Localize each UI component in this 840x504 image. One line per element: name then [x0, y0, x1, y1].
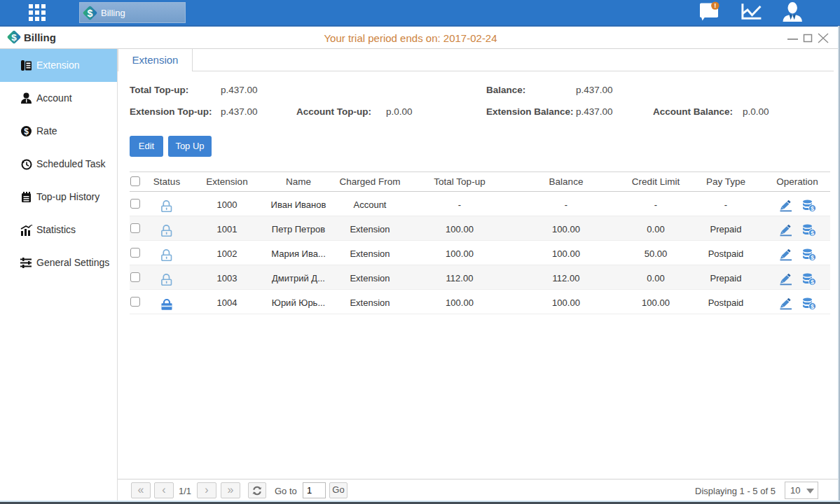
svg-text:$: $	[24, 127, 29, 136]
svg-text:$: $	[811, 303, 814, 310]
svg-text:!: !	[714, 1, 716, 9]
svg-text:$: $	[811, 254, 814, 261]
svg-text:$: $	[811, 205, 814, 212]
svg-text:$: $	[811, 279, 814, 286]
svg-text:$: $	[811, 230, 814, 237]
